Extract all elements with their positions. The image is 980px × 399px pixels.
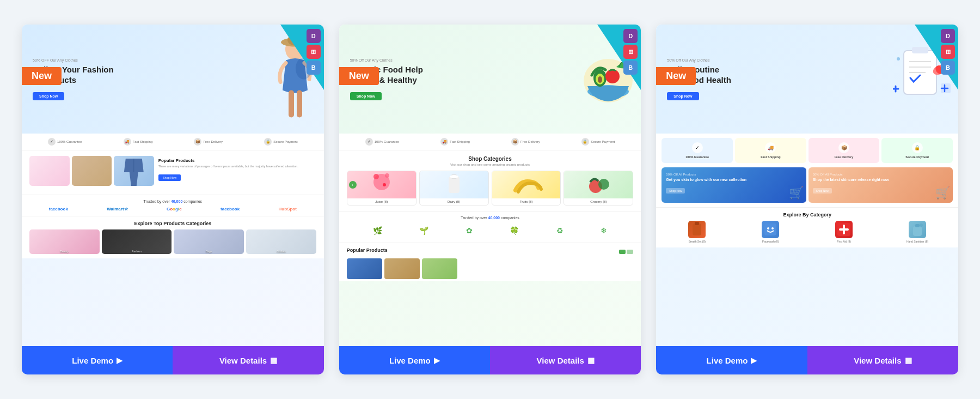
- sb-delivery-icon: 📦: [838, 142, 849, 153]
- fashion-hero-btn[interactable]: Shop Now: [33, 92, 64, 100]
- guarantee-icon: ✓: [48, 138, 56, 146]
- cat-thumbs-row: Beauty Fashion Bags Clothes: [29, 229, 316, 254]
- health-live-demo-label: Live Demo: [707, 356, 748, 365]
- food-popular-title: Popular Products: [347, 247, 388, 253]
- food-payment: 🔒 Secure Payment: [581, 138, 615, 146]
- fashion-trusted-text: Trusted by over 40,000 companies: [29, 200, 316, 203]
- food-delivery-icon: 📦: [511, 138, 519, 146]
- food-arrow-icon: ▶: [434, 356, 440, 365]
- trust-badge-payment: 🔒 Secure Payment: [264, 138, 297, 146]
- sb-shipping-label: Fast Shipping: [738, 155, 804, 159]
- explore-label-soap: Hand Sanitizer (8): [882, 240, 953, 243]
- food-live-demo-btn[interactable]: Live Demo ▶: [339, 346, 490, 374]
- sb-guarantee-label: 100% Guarantee: [664, 155, 730, 159]
- svg-point-21: [598, 179, 609, 190]
- fashion-product-info: Popular Products There are many variatio…: [156, 156, 316, 186]
- fashion-live-demo-btn[interactable]: Live Demo ▶: [22, 346, 173, 374]
- shop-cat-dairy: Dairy (8): [419, 171, 489, 205]
- food-view-details-btn[interactable]: View Details ▦: [490, 346, 641, 374]
- cat-thumb-2: Fashion: [102, 229, 172, 254]
- food-preview-inner: 50% Off Our Any Clothes Organic Food Hel…: [339, 25, 641, 346]
- health-view-details-label: View Details: [854, 356, 901, 365]
- fashion-preview-inner: 50% OFF Our Any Clothes Collect Your Fas…: [22, 25, 324, 346]
- food-delivery: 📦 Free Delivery: [511, 138, 540, 146]
- fashion-trusted-section: Trusted by over 40,000 companies faceboo…: [22, 195, 324, 216]
- svg-point-15: [385, 173, 389, 178]
- brand-hubspot: HubSpot: [279, 207, 297, 211]
- health-arrow-icon: ▶: [751, 356, 757, 365]
- explore-item-face: Facewash (8): [735, 221, 806, 243]
- promo-banner-glow: 50% Off All Products Get you skin to glo…: [661, 167, 806, 203]
- health-live-demo-btn[interactable]: Live Demo ▶: [656, 346, 807, 374]
- fashion-live-demo-label: Live Demo: [72, 356, 113, 365]
- leaf-1: 🌿: [373, 226, 382, 235]
- health-explore-section: Explore By Category Breath Set (8): [656, 207, 958, 247]
- fashion-categories-section: Explore Top Products Categories Beauty F…: [22, 216, 324, 258]
- trust-badge-guarantee: ✓ 100% Guarantee: [48, 138, 82, 146]
- delivery-icon: 📦: [194, 138, 201, 146]
- svg-point-40: [920, 223, 923, 227]
- sb-payment-icon: 🔒: [912, 142, 923, 153]
- health-hero-text: 50% Off Our Any Clothes Daily RoutineFor…: [667, 58, 947, 100]
- svg-point-14: [373, 174, 379, 179]
- svg-rect-17: [449, 177, 460, 193]
- product-title: Popular Products: [158, 158, 314, 163]
- cat-name-dairy: Dairy (8): [420, 198, 488, 205]
- fashion-hero-title: Collect Your Fashion& Products: [33, 64, 313, 86]
- health-hero-title: Daily RoutineFor Good Health: [667, 64, 947, 86]
- soap-icon: [909, 221, 926, 238]
- health-hero: 50% Off Our Any Clothes Daily RoutineFor…: [656, 25, 958, 134]
- food-preview: New D ⊞ B 50% Off Our Any Clothes Organi…: [339, 25, 641, 346]
- shop-cat-items: › Juice (8): [347, 171, 634, 205]
- face-icon: [762, 221, 779, 238]
- brand-walmart: Walmart☆: [107, 207, 127, 211]
- food-hero-title: Organic Food HelpYou Fit & Healthy: [350, 64, 630, 86]
- shop-cat-grocery: Grocery (8): [564, 171, 633, 205]
- explore-cats-title: Explore Top Products Categories: [29, 221, 316, 226]
- food-view-details-label: View Details: [537, 356, 584, 365]
- health-new-badge: New: [656, 67, 696, 85]
- product-thumb-2: [72, 156, 112, 186]
- product-shop-btn[interactable]: Shop Now: [158, 174, 181, 181]
- explore-item-soap: Hand Sanitizer (8): [882, 221, 953, 243]
- food-shipping-icon: 🚚: [440, 138, 448, 146]
- leaf-6: ❄: [601, 226, 607, 235]
- fashion-trust-badges: ✓ 100% Guarantee 🚚 Fast Shipping 📦 Free …: [22, 134, 324, 150]
- health-divi-e: ⊞: [941, 45, 955, 59]
- promo-btn-1[interactable]: Shop Now: [666, 188, 685, 194]
- health-view-details-btn[interactable]: View Details ▦: [807, 346, 958, 374]
- brand-facebook: facebook: [49, 207, 68, 211]
- food-hero-btn[interactable]: Shop Now: [350, 92, 382, 100]
- sb-payment-label: Secure Payment: [884, 155, 950, 159]
- food-divi-b: B: [623, 61, 638, 75]
- health-hero-btn[interactable]: Shop Now: [667, 92, 699, 100]
- cat-name-juice: Juice (8): [347, 198, 416, 205]
- explore-label-face: Facewash (8): [735, 240, 806, 243]
- cat-name-fruits: Fruits (8): [492, 198, 561, 205]
- promo-title-1: Get you skin to glow with our new collec…: [666, 177, 801, 182]
- service-box-delivery: 📦 Free Delivery: [808, 138, 880, 163]
- promo-btn-2[interactable]: Shop Now: [813, 188, 832, 194]
- svg-rect-32: [693, 223, 701, 235]
- product-desc: There are many variations of passages of…: [158, 165, 314, 169]
- breath-icon: [688, 221, 706, 238]
- explore-label-breath: Breath Set (8): [661, 240, 732, 243]
- fashion-divi-ribbon: D ⊞ B: [280, 25, 324, 90]
- sb-shipping-icon: 🚚: [765, 142, 776, 153]
- health-preview: New D ⊞ B 50% Off Our Any Clothes Daily …: [656, 25, 958, 346]
- divi-b-icon: B: [307, 61, 321, 75]
- health-card: New D ⊞ B 50% Off Our Any Clothes Daily …: [656, 25, 958, 374]
- fashion-view-details-label: View Details: [219, 356, 267, 365]
- food-trusted-section: Trusted by over 40,000 companies 🌿 🌱 ✿ 🍀…: [339, 211, 641, 243]
- leaf-5: ♻: [556, 226, 564, 235]
- food-trusted-count: 40,000: [488, 216, 500, 220]
- food-product-thumb-2: [384, 258, 420, 279]
- promo-banner-skincare: 50% Off All Products Shop the latest ski…: [808, 167, 953, 203]
- shipping-icon: 🚚: [124, 138, 131, 146]
- leaf-4: 🍀: [510, 226, 519, 235]
- food-hero-text: 50% Off Our Any Clothes Organic Food Hel…: [350, 58, 630, 100]
- food-products-row: [347, 258, 634, 279]
- leaf-2: 🌱: [419, 226, 428, 235]
- fashion-card: New D ⊞ B 50% OFF Our Any Clothes Collec…: [22, 25, 324, 374]
- fashion-view-details-btn[interactable]: View Details ▦: [173, 346, 323, 374]
